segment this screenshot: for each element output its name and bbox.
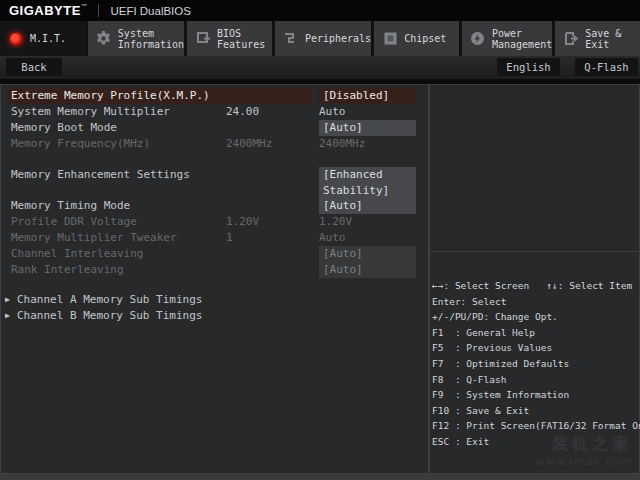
bios-title: UEFI DualBIOS <box>110 5 191 17</box>
tab-save-exit[interactable]: Save & Exit <box>555 21 640 56</box>
power-bolt-icon <box>470 31 486 47</box>
submenu-channel-b-sub-timings[interactable]: ▶ Channel B Memory Sub Timings <box>1 308 428 324</box>
bottom-strip <box>0 474 640 480</box>
gear-icon <box>96 31 112 47</box>
trademark-symbol: ™ <box>81 3 88 9</box>
submenu-arrow-icon: ▶ <box>5 292 10 308</box>
qflash-button[interactable]: Q-Flash <box>575 58 638 76</box>
tab-bar: M.I.T. System Information BIOS Features … <box>0 21 640 56</box>
gigabyte-logo: GIGABYTE™ <box>9 3 87 18</box>
tab-system-information[interactable]: System Information <box>88 21 184 56</box>
help-line: +/-/PU/PD: Change Opt. <box>432 309 637 325</box>
help-line: ESC : Exit <box>432 434 637 450</box>
setting-row-memory-frequency: Memory Frequency(MHz) 2400MHz 2400MHz <box>1 136 428 152</box>
key-help-panel: ←→: Select Screen ↑↓: Select Item Enter:… <box>432 278 637 450</box>
tab-mit[interactable]: M.I.T. <box>0 21 85 56</box>
tab-chipset[interactable]: Chipset <box>374 21 459 56</box>
tab-peripherals[interactable]: Peripherals <box>275 21 371 56</box>
bios-screen: GIGABYTE™ UEFI DualBIOS M.I.T. System In… <box>0 0 640 480</box>
tab-power-management[interactable]: Power Management <box>462 21 552 56</box>
chipset-icon <box>382 31 398 47</box>
help-line: F12 : Print Screen(FAT16/32 Format Only) <box>432 418 637 434</box>
language-button[interactable]: English <box>497 58 560 76</box>
panel-divider <box>428 85 430 473</box>
help-divider <box>430 251 639 252</box>
brand-divider <box>98 4 99 17</box>
peripherals-plug-icon <box>283 31 299 47</box>
help-line: F1 : General Help <box>432 325 637 341</box>
setting-row-memory-multiplier-tweaker: Memory Multiplier Tweaker 1 Auto <box>1 230 428 246</box>
bios-chip-plus-icon <box>195 31 211 47</box>
help-line: Enter: Select <box>432 294 637 310</box>
help-line: ←→: Select Screen ↑↓: Select Item <box>432 278 637 294</box>
help-line: F7 : Optimized Defaults <box>432 356 637 372</box>
back-button[interactable]: Back <box>6 58 62 76</box>
help-line: F9 : System Information <box>432 387 637 403</box>
save-exit-icon <box>563 31 579 47</box>
setting-row-memory-timing-mode[interactable]: Memory Timing Mode [Auto] <box>1 198 428 214</box>
setting-row-system-memory-multiplier[interactable]: System Memory Multiplier 24.00 Auto <box>1 104 428 120</box>
help-line: F5 : Previous Values <box>432 340 637 356</box>
setting-row-rank-interleaving: Rank Interleaving [Auto] <box>1 262 428 278</box>
setting-row-memory-boot-mode[interactable]: Memory Boot Mode [Auto] <box>1 120 428 136</box>
help-line: F8 : Q-Flash <box>432 372 637 388</box>
submenu-channel-a-sub-timings[interactable]: ▶ Channel A Memory Sub Timings <box>1 292 428 308</box>
tab-bios-features[interactable]: BIOS Features <box>187 21 272 56</box>
setting-row-profile-ddr-voltage: Profile DDR Voltage 1.20V 1.20V <box>1 214 428 230</box>
main-panel: Extreme Memory Profile(X.M.P.) [Disabled… <box>0 84 640 474</box>
submenu-arrow-icon: ▶ <box>5 308 10 324</box>
setting-row-channel-interleaving: Channel Interleaving [Auto] <box>1 246 428 262</box>
top-brand-bar: GIGABYTE™ UEFI DualBIOS <box>0 0 640 21</box>
help-line: F10 : Save & Exit <box>432 403 637 419</box>
mit-red-led-icon <box>8 31 24 47</box>
setting-row-xmp[interactable]: Extreme Memory Profile(X.M.P.) [Disabled… <box>1 88 428 104</box>
sub-toolbar: Back English Q-Flash <box>0 56 640 79</box>
setting-row-memory-enhancement[interactable]: Memory Enhancement Settings [Enhanced St… <box>1 167 428 183</box>
